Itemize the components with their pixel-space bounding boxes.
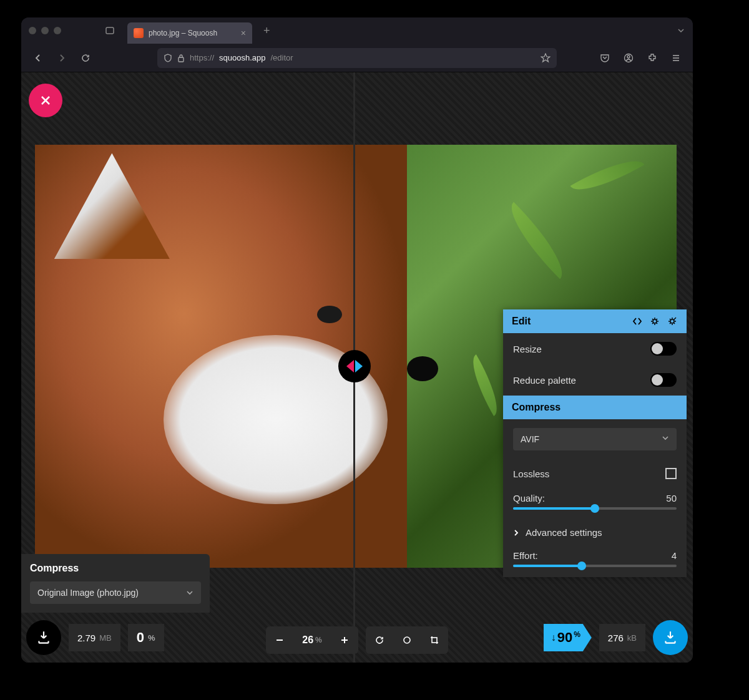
- quality-value: 50: [666, 493, 677, 503]
- copy-settings-icon[interactable]: [649, 316, 660, 327]
- compare-icon[interactable]: [632, 316, 643, 327]
- svg-rect-0: [106, 27, 114, 34]
- comparison-handle[interactable]: [338, 350, 371, 382]
- pocket-icon[interactable]: [597, 50, 613, 66]
- right-size-value: 276: [608, 633, 624, 643]
- edit-title: Edit: [512, 316, 531, 327]
- effort-slider[interactable]: [513, 565, 677, 567]
- left-compress-panel: Compress Original Image (photo.jpg): [21, 554, 210, 613]
- account-icon[interactable]: [620, 50, 637, 66]
- new-tab-button[interactable]: +: [263, 24, 270, 37]
- advanced-label: Advanced settings: [526, 527, 602, 538]
- left-ratio-stat: 0 %: [128, 624, 164, 651]
- close-icon: [38, 93, 53, 108]
- quality-row: Quality: 50: [503, 488, 687, 520]
- lossless-checkbox[interactable]: [665, 468, 677, 479]
- tab-list-icon[interactable]: [102, 23, 117, 38]
- bookmark-icon[interactable]: [541, 53, 551, 63]
- url-protocol: https://: [190, 53, 214, 62]
- download-icon: [662, 630, 678, 646]
- svg-rect-5: [432, 638, 437, 643]
- left-format-value: Original Image (photo.jpg): [37, 588, 139, 598]
- lossless-row: Lossless: [503, 459, 687, 488]
- format-select[interactable]: AVIF: [513, 428, 677, 450]
- effort-label: Effort:: [513, 550, 538, 561]
- crop-button[interactable]: [421, 626, 448, 654]
- menu-icon[interactable]: [668, 50, 684, 66]
- left-ratio-value: 0: [137, 630, 144, 646]
- left-size-stat: 2.79 MB: [69, 624, 120, 651]
- browser-tab[interactable]: photo.jpg – Squoosh ×: [127, 22, 252, 44]
- svg-point-7: [670, 319, 674, 323]
- title-bar: photo.jpg – Squoosh × +: [21, 17, 693, 44]
- left-size-value: 2.79: [77, 633, 95, 643]
- browser-window: photo.jpg – Squoosh × + https://squoosh.…: [21, 17, 693, 663]
- forward-button[interactable]: [54, 50, 70, 66]
- reduction-badge: ↓ 90 %: [544, 624, 592, 651]
- window-dropdown-icon[interactable]: [677, 26, 685, 35]
- minimize-window-button[interactable]: [41, 27, 49, 34]
- zoom-out-button[interactable]: [266, 626, 293, 654]
- zoom-value[interactable]: 26 %: [293, 626, 331, 654]
- zoom-number: 26: [302, 634, 313, 646]
- url-path: /editor: [270, 53, 293, 62]
- resize-row: Resize: [503, 333, 687, 364]
- back-button[interactable]: [30, 50, 46, 66]
- compare-left-icon: [346, 360, 354, 372]
- edit-header: Edit: [503, 309, 687, 333]
- chevron-down-icon: [662, 434, 669, 444]
- maximize-window-button[interactable]: [54, 27, 61, 34]
- download-icon: [36, 630, 52, 646]
- rotate-button[interactable]: [366, 626, 393, 654]
- plus-icon: [339, 634, 350, 646]
- minus-icon: [274, 634, 285, 646]
- lossless-label: Lossless: [513, 469, 549, 479]
- tab-title: photo.jpg – Squoosh: [149, 29, 236, 37]
- resize-toggle[interactable]: [650, 342, 677, 356]
- quality-slider[interactable]: [513, 507, 677, 510]
- url-input[interactable]: https://squoosh.app/editor: [157, 48, 557, 68]
- crop-icon: [429, 634, 440, 646]
- quality-label: Quality:: [513, 493, 545, 503]
- reload-button[interactable]: [77, 50, 94, 66]
- effort-value: 4: [672, 550, 677, 561]
- window-controls: [29, 27, 61, 34]
- url-host: squoosh.app: [219, 53, 265, 62]
- left-ratio-unit: %: [148, 633, 155, 643]
- compare-right-icon: [355, 360, 363, 372]
- down-arrow-icon: ↓: [551, 632, 556, 643]
- tab-favicon: [134, 28, 144, 38]
- squoosh-app: Compress Original Image (photo.jpg) 2.79…: [21, 72, 693, 663]
- reduce-palette-label: Reduce palette: [513, 375, 576, 386]
- tab-close-icon[interactable]: ×: [241, 28, 246, 38]
- advanced-settings-toggle[interactable]: Advanced settings: [503, 520, 687, 545]
- right-size-stat: 276 kB: [599, 624, 645, 651]
- close-file-button[interactable]: [29, 84, 62, 117]
- reduction-unit: %: [574, 630, 580, 639]
- reduce-palette-toggle[interactable]: [650, 373, 677, 387]
- chevron-right-icon: [513, 529, 519, 537]
- svg-point-6: [653, 319, 657, 323]
- extensions-icon[interactable]: [644, 50, 660, 66]
- lock-icon[interactable]: [177, 54, 185, 62]
- reduction-value: 90: [557, 630, 572, 646]
- chevron-down-icon: [186, 589, 193, 596]
- left-format-select[interactable]: Original Image (photo.jpg): [30, 581, 201, 604]
- edit-panel: Edit Resize Reduce pal: [503, 309, 687, 577]
- close-window-button[interactable]: [29, 27, 36, 34]
- reduce-palette-row: Reduce palette: [503, 364, 687, 396]
- shield-icon[interactable]: [164, 54, 172, 62]
- svg-point-4: [404, 637, 410, 643]
- background-toggle-button[interactable]: [393, 626, 421, 654]
- left-size-unit: MB: [99, 633, 112, 643]
- left-compress-title: Compress: [30, 563, 201, 574]
- svg-rect-1: [179, 57, 184, 62]
- format-value: AVIF: [521, 434, 539, 444]
- effort-row: Effort: 4: [503, 545, 687, 577]
- import-settings-icon[interactable]: [667, 316, 678, 327]
- right-download-button[interactable]: [653, 620, 688, 655]
- right-size-unit: kB: [627, 633, 637, 643]
- circle-icon: [401, 634, 413, 646]
- left-download-button[interactable]: [26, 620, 61, 655]
- right-stats: ↓ 90 % 276 kB: [544, 620, 688, 655]
